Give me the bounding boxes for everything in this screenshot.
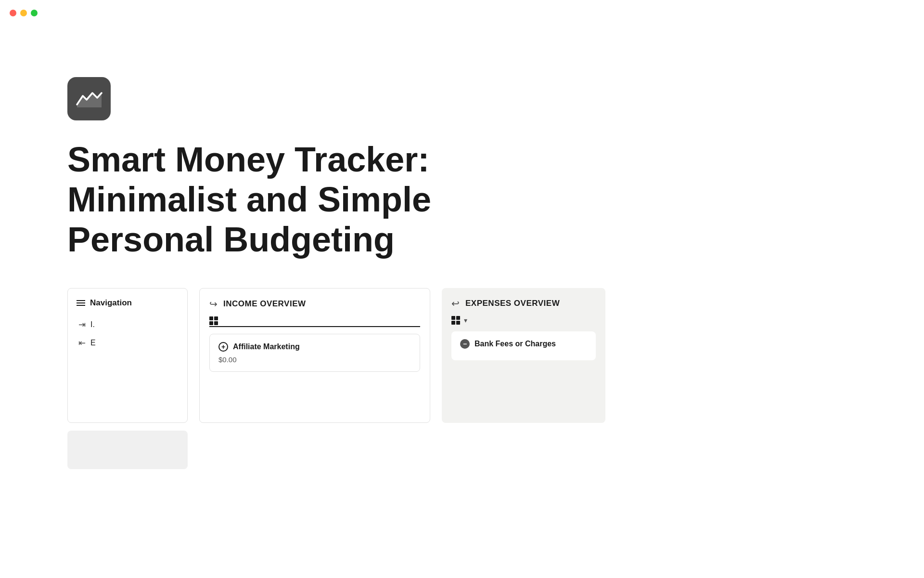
login-icon: ⇥ — [78, 319, 86, 330]
traffic-lights — [10, 10, 38, 16]
logout-icon: ⇤ — [78, 338, 86, 348]
expense-item-bank-fees[interactable]: − Bank Fees or Charges — [451, 331, 596, 360]
expenses-tab-row: ▾ — [451, 316, 596, 325]
maximize-button[interactable] — [31, 10, 38, 16]
page-title: Smart Money Tracker: Minimalist and Simp… — [67, 140, 500, 259]
income-card-title: INCOME OVERVIEW — [223, 299, 306, 309]
income-grid-icon[interactable] — [209, 316, 218, 325]
expense-item-header: − Bank Fees or Charges — [460, 339, 587, 349]
nav-card-header: Navigation — [77, 298, 179, 308]
nav-item-income-label: I. — [90, 320, 95, 329]
nav-item-expenses-label: E — [90, 339, 96, 347]
minus-icon: − — [460, 339, 470, 349]
expenses-card: ↩ EXPENSES OVERVIEW ▾ − Bank Fees or Cha… — [442, 288, 605, 423]
app-icon — [67, 77, 111, 120]
nav-card-title: Navigation — [90, 298, 132, 308]
navigation-card: Navigation ⇥ I. ⇤ E — [67, 288, 188, 423]
income-item-name: Affiliate Marketing — [233, 342, 300, 351]
income-login-icon: ↪ — [209, 298, 218, 310]
nav-item-expenses[interactable]: ⇤ E — [77, 334, 179, 352]
expenses-card-header: ↩ EXPENSES OVERVIEW — [451, 298, 596, 309]
income-card-header: ↪ INCOME OVERVIEW — [209, 298, 420, 310]
minimize-button[interactable] — [20, 10, 27, 16]
expense-item-name: Bank Fees or Charges — [475, 340, 556, 348]
chevron-down-icon[interactable]: ▾ — [464, 316, 467, 324]
expenses-card-title: EXPENSES OVERVIEW — [465, 298, 560, 309]
menu-icon[interactable] — [77, 300, 85, 306]
income-card: ↪ INCOME OVERVIEW + Affiliate Marketing … — [199, 288, 430, 423]
income-tab-underline — [209, 326, 420, 327]
plus-icon: + — [218, 342, 228, 352]
cards-row: Navigation ⇥ I. ⇤ E ↪ INCOME OVERVIE — [67, 288, 857, 469]
nav-card-bottom — [67, 431, 188, 469]
income-tab-bar — [209, 316, 420, 325]
expenses-grid-icon[interactable] — [451, 316, 460, 325]
nav-item-income[interactable]: ⇥ I. — [77, 315, 179, 334]
income-item-affiliate[interactable]: + Affiliate Marketing $0.00 — [209, 334, 420, 372]
income-item-amount: $0.00 — [218, 355, 411, 364]
income-item-header: + Affiliate Marketing — [218, 342, 411, 352]
close-button[interactable] — [10, 10, 16, 16]
expenses-logout-icon: ↩ — [451, 298, 460, 309]
